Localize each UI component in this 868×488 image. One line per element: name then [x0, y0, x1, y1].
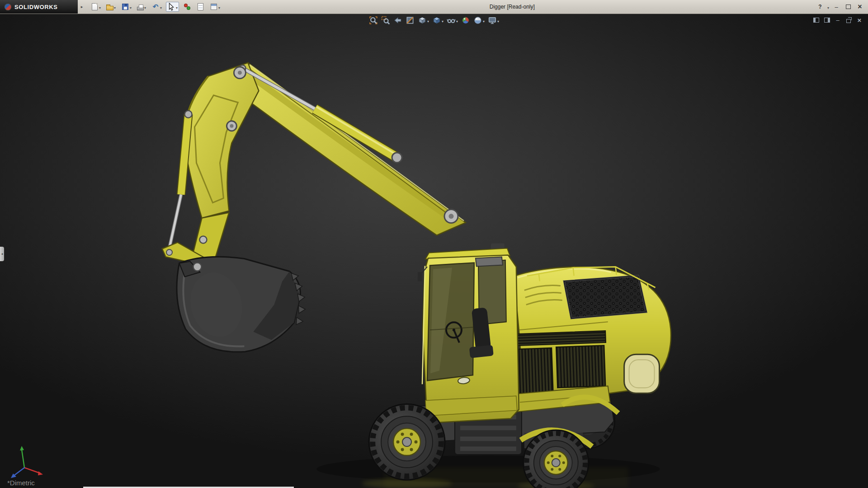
previous-view-icon	[393, 16, 402, 25]
minimize-window-button[interactable]: –	[832, 2, 841, 11]
tab-arrow-icon: ◂	[1, 252, 3, 256]
new-document-button[interactable]: ▾	[90, 2, 102, 12]
front-wheel-right	[524, 430, 589, 488]
expand-display-pane-button[interactable]	[824, 16, 830, 23]
expand-feature-pane-button[interactable]	[813, 16, 819, 23]
dropdown-caret-icon[interactable]: ▾	[483, 17, 485, 23]
window-controls: ? ▾ – ×	[816, 2, 868, 11]
brand-text: SOLIDWORKS	[14, 4, 58, 10]
view-orientation-button[interactable]: ▾	[417, 15, 430, 26]
minimize-document-button[interactable]: –	[835, 16, 841, 23]
help-caret-icon[interactable]: ▾	[827, 4, 829, 10]
open-folder-icon	[106, 6, 113, 10]
solidworks-logo: SOLIDWORKS	[0, 0, 78, 14]
maximize-window-button[interactable]	[844, 2, 853, 11]
zoom-to-area-button[interactable]	[380, 15, 391, 26]
menu-expand-arrow-icon[interactable]: ▸	[79, 2, 85, 11]
section-view-icon	[406, 16, 415, 25]
undo-button[interactable]: ↶ ▾	[150, 2, 163, 12]
restore-document-button[interactable]	[845, 16, 852, 23]
excavator-model	[0, 14, 868, 488]
view-settings-icon	[488, 16, 497, 25]
save-button[interactable]: ▾	[120, 2, 133, 12]
view-orientation-cube-icon	[418, 16, 427, 25]
apply-scene-button[interactable]: ▾	[472, 15, 486, 26]
front-wheel-left	[369, 404, 445, 480]
print-button[interactable]: ▾	[136, 3, 147, 11]
dropdown-caret-icon[interactable]: ▾	[144, 4, 146, 10]
edit-appearance-button[interactable]	[460, 15, 471, 26]
file-properties-icon	[198, 3, 203, 10]
bucket	[177, 257, 305, 352]
solidworks-window: SOLIDWORKS ▸ ▾ ▾ ▾ ▾ ↶ ▾	[0, 0, 868, 488]
options-icon	[211, 4, 217, 10]
floor-reflection	[316, 455, 660, 488]
new-document-icon	[92, 3, 98, 10]
dropdown-caret-icon[interactable]: ▾	[160, 4, 162, 10]
rebuild-traffic-light-icon	[184, 3, 191, 10]
maximize-icon	[846, 5, 851, 9]
orientation-triad	[2, 440, 45, 483]
undo-arrow-icon: ↶	[151, 3, 160, 11]
dropdown-caret-icon[interactable]: ▾	[218, 4, 220, 10]
dropdown-caret-icon[interactable]: ▾	[99, 4, 101, 10]
expand-display-pane-icon	[824, 18, 830, 23]
view-settings-button[interactable]: ▾	[487, 15, 500, 26]
graphics-viewport[interactable]: ▾ ▾ ▾	[0, 14, 868, 488]
main-toolbar: ▾ ▾ ▾ ▾ ↶ ▾ ▾	[87, 2, 222, 12]
options-button[interactable]: ▾	[208, 2, 222, 12]
zoom-to-fit-button[interactable]	[368, 15, 379, 26]
select-tool-button[interactable]: ▾	[166, 2, 179, 12]
open-button[interactable]: ▾	[105, 2, 117, 11]
apply-scene-icon	[473, 16, 482, 25]
previous-view-button[interactable]	[392, 15, 403, 26]
close-window-button[interactable]: ×	[855, 2, 864, 11]
print-icon	[137, 7, 144, 10]
save-floppy-icon	[122, 4, 128, 10]
dropdown-caret-icon[interactable]: ▾	[176, 4, 178, 10]
dropdown-caret-icon[interactable]: ▾	[130, 4, 132, 10]
document-title: Digger [Read-only]	[490, 4, 535, 10]
dropdown-caret-icon[interactable]: ▾	[497, 17, 499, 23]
zoom-to-area-icon	[381, 16, 390, 25]
file-properties-button[interactable]	[195, 2, 206, 12]
hide-show-glasses-icon	[447, 16, 456, 25]
edit-appearance-sphere-icon	[461, 16, 470, 25]
heads-up-view-toolbar: ▾ ▾ ▾	[368, 15, 500, 26]
display-style-icon	[432, 16, 441, 25]
panel-flyout-tab[interactable]: ◂	[0, 247, 4, 261]
restore-document-icon	[846, 19, 851, 23]
section-view-button[interactable]	[405, 15, 415, 26]
hide-show-items-button[interactable]: ▾	[446, 15, 459, 26]
dassault-systemes-logo-icon	[5, 4, 11, 10]
expand-feature-pane-icon	[813, 18, 819, 23]
title-bar: SOLIDWORKS ▸ ▾ ▾ ▾ ▾ ↶ ▾	[0, 0, 868, 14]
display-style-button[interactable]: ▾	[431, 15, 444, 26]
boom-arm	[162, 63, 466, 270]
dropdown-caret-icon[interactable]: ▾	[114, 4, 116, 10]
document-window-controls: – ×	[813, 16, 863, 23]
help-button[interactable]: ?	[816, 2, 825, 11]
close-document-button[interactable]: ×	[856, 16, 863, 23]
select-cursor-icon	[167, 3, 175, 11]
dropdown-caret-icon[interactable]: ▾	[442, 17, 443, 23]
rebuild-button[interactable]	[182, 2, 193, 12]
zoom-to-fit-icon	[369, 16, 378, 25]
dropdown-caret-icon[interactable]: ▾	[456, 17, 458, 23]
dropdown-caret-icon[interactable]: ▾	[427, 17, 429, 23]
view-orientation-label: *Dimetric	[7, 479, 35, 487]
